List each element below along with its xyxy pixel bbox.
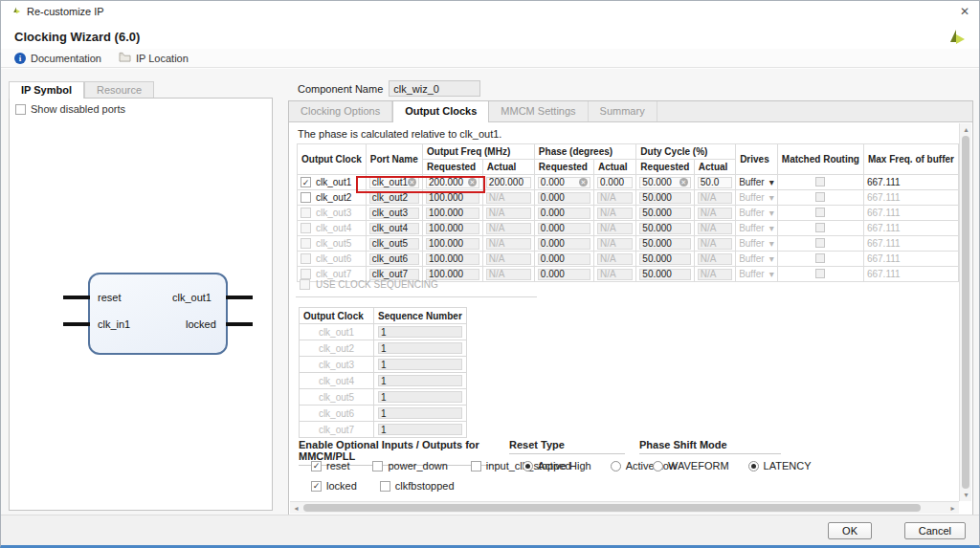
reset-checkbox[interactable]: ✓ <box>311 461 322 471</box>
clkfbstopped-checkbox[interactable] <box>380 481 390 492</box>
tab-clocking-options[interactable]: Clocking Options <box>289 101 392 121</box>
clk_out2-port-name-field[interactable]: clk_out2 <box>369 192 419 204</box>
clk_out2-duty-requested-field[interactable]: 50.000 <box>639 192 690 204</box>
clk_out1-duty-requested-field[interactable]: 50.000✕ <box>639 177 690 188</box>
clear-icon[interactable]: ✕ <box>408 178 416 186</box>
clk_out7-matched-routing-checkbox[interactable] <box>815 269 825 278</box>
clk_out1-freq-requested-field[interactable]: 200.000✕ <box>426 177 479 188</box>
clk_out6-port-name-field[interactable]: clk_out6 <box>369 253 419 265</box>
vertical-scroll-thumb[interactable] <box>962 136 969 489</box>
horizontal-scroll-thumb[interactable] <box>303 504 921 512</box>
clk_out3-freq-actual-field[interactable]: N/A <box>486 208 531 219</box>
use-clock-sequencing-checkbox[interactable] <box>300 279 310 290</box>
Active Low-radio[interactable] <box>611 461 621 471</box>
clk_out2-freq-actual-field[interactable]: N/A <box>486 192 531 204</box>
clk_out7-phase-actual-field[interactable]: N/A <box>597 269 633 280</box>
clk_out4-duty-requested-field[interactable]: 50.000 <box>639 223 690 234</box>
clk_out3-duty-actual-field[interactable]: N/A <box>698 208 732 219</box>
clk_out6-enable-checkbox[interactable] <box>301 253 311 264</box>
clk_out5-matched-routing-checkbox[interactable] <box>815 238 825 248</box>
clk_out4-phase-actual-field[interactable]: N/A <box>597 223 633 234</box>
clk_out4-freq-actual-field[interactable]: N/A <box>486 223 531 234</box>
clk_out3-phase-actual-field[interactable]: N/A <box>597 208 633 219</box>
clk_out6-duty-actual-field[interactable]: N/A <box>698 253 732 265</box>
clk_out7-drives-select[interactable]: Buffer▾ <box>739 269 774 279</box>
vertical-scrollbar[interactable]: ▴ ▾ <box>959 123 971 501</box>
Active High-radio[interactable] <box>523 461 533 471</box>
show-disabled-ports-checkbox[interactable] <box>15 104 26 115</box>
clk_out1-freq-actual-field[interactable]: 200.000 <box>486 177 531 188</box>
clk_out6-phase-actual-field[interactable]: N/A <box>597 253 633 265</box>
show-disabled-ports[interactable]: Show disabled ports <box>15 103 125 115</box>
clk_out4-port-name-field[interactable]: clk_out4 <box>369 223 419 234</box>
scroll-left-icon[interactable]: ◂ <box>290 502 302 515</box>
clk_out1-sequence-field[interactable]: 1 <box>378 326 462 338</box>
clk_out2-drives-select[interactable]: Buffer▾ <box>739 192 774 203</box>
option-reset[interactable]: ✓reset <box>311 460 349 471</box>
phase-shift-waveform[interactable]: WAVEFORM <box>653 460 729 471</box>
power_down-checkbox[interactable] <box>372 461 383 471</box>
clk_out5-freq-actual-field[interactable]: N/A <box>486 238 531 250</box>
clk_out5-sequence-field[interactable]: 1 <box>378 391 462 403</box>
clk_out6-duty-requested-field[interactable]: 50.000 <box>639 253 690 265</box>
clk_out3-enable-checkbox[interactable] <box>301 208 311 218</box>
clear-icon[interactable]: ✕ <box>679 178 688 186</box>
clk_out7-phase-requested-field[interactable]: 0.000 <box>538 269 590 280</box>
scroll-down-icon[interactable]: ▾ <box>960 489 972 501</box>
clk_out2-phase-requested-field[interactable]: 0.000 <box>538 192 590 204</box>
cancel-button[interactable]: Cancel <box>904 522 966 539</box>
clk_out3-duty-requested-field[interactable]: 50.000 <box>639 208 690 219</box>
LATENCY-radio[interactable] <box>748 461 759 471</box>
clk_out5-phase-actual-field[interactable]: N/A <box>597 238 633 250</box>
locked-checkbox[interactable]: ✓ <box>311 481 322 492</box>
clk_out1-phase-actual-field[interactable]: 0.000 <box>597 177 633 188</box>
tab-resource[interactable]: Resource <box>84 81 154 99</box>
clk_out1-port-name-field[interactable]: clk_out1✕ <box>369 177 419 188</box>
clk_out2-phase-actual-field[interactable]: N/A <box>597 192 633 204</box>
input_clk_stopped-checkbox[interactable] <box>471 461 481 471</box>
clk_out2-sequence-field[interactable]: 1 <box>378 342 462 354</box>
clk_out6-freq-actual-field[interactable]: N/A <box>486 253 531 265</box>
clk_out5-port-name-field[interactable]: clk_out5 <box>369 238 419 250</box>
reset-type-active-high[interactable]: Active High <box>523 460 591 471</box>
component-name-input[interactable] <box>389 80 480 97</box>
clk_out4-sequence-field[interactable]: 1 <box>378 375 462 386</box>
clk_out1-matched-routing-checkbox[interactable] <box>815 177 825 186</box>
clk_out3-port-name-field[interactable]: clk_out3 <box>369 208 419 219</box>
clk_out1-drives-select[interactable]: Buffer▾ <box>739 177 774 187</box>
scroll-right-icon[interactable]: ▸ <box>947 502 959 515</box>
clk_out5-duty-requested-field[interactable]: 50.000 <box>639 238 690 250</box>
clk_out7-enable-checkbox[interactable] <box>301 269 311 279</box>
clk_out1-phase-requested-field[interactable]: 0.000✕ <box>538 177 590 188</box>
clk_out7-freq-requested-field[interactable]: 100.000 <box>426 269 479 280</box>
option-clkfbstopped[interactable]: clkfbstopped <box>380 480 455 492</box>
clk_out3-freq-requested-field[interactable]: 100.000 <box>426 208 479 219</box>
clk_out5-enable-checkbox[interactable] <box>301 238 311 249</box>
clk_out6-drives-select[interactable]: Buffer▾ <box>739 253 774 264</box>
clk_out7-duty-actual-field[interactable]: N/A <box>698 269 732 280</box>
clk_out3-matched-routing-checkbox[interactable] <box>815 208 825 217</box>
documentation-button[interactable]: i Documentation <box>14 53 101 64</box>
clk_out2-enable-checkbox[interactable] <box>301 192 311 203</box>
clk_out4-duty-actual-field[interactable]: N/A <box>698 223 732 234</box>
clear-icon[interactable]: ✕ <box>468 178 477 186</box>
phase-shift-latency[interactable]: LATENCY <box>748 460 812 471</box>
clk_out4-matched-routing-checkbox[interactable] <box>815 223 825 232</box>
clk_out7-freq-actual-field[interactable]: N/A <box>486 269 531 280</box>
clk_out7-port-name-field[interactable]: clk_out7 <box>369 269 419 280</box>
clk_out4-phase-requested-field[interactable]: 0.000 <box>538 223 590 234</box>
clk_out2-matched-routing-checkbox[interactable] <box>815 192 825 202</box>
clk_out7-sequence-field[interactable]: 1 <box>378 424 462 435</box>
ip-location-button[interactable]: IP Location <box>119 52 189 64</box>
clk_out2-duty-actual-field[interactable]: N/A <box>698 192 732 204</box>
option-locked[interactable]: ✓locked <box>311 480 357 492</box>
clk_out3-sequence-field[interactable]: 1 <box>378 359 462 370</box>
WAVEFORM-radio[interactable] <box>653 461 663 471</box>
clk_out5-duty-actual-field[interactable]: N/A <box>698 238 732 250</box>
clk_out4-drives-select[interactable]: Buffer▾ <box>739 223 774 233</box>
clk_out3-phase-requested-field[interactable]: 0.000 <box>538 208 590 219</box>
clk_out3-drives-select[interactable]: Buffer▾ <box>739 208 774 218</box>
tab-mmcm-settings[interactable]: MMCM Settings <box>489 101 588 121</box>
clk_out7-duty-requested-field[interactable]: 50.000 <box>639 269 690 280</box>
ok-button[interactable]: OK <box>828 522 872 539</box>
